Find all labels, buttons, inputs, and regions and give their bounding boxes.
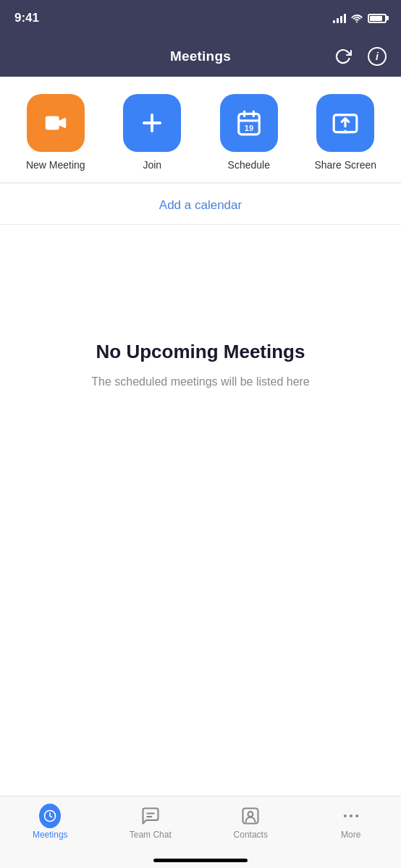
wifi-icon (350, 13, 363, 23)
svg-point-13 (355, 814, 358, 817)
chat-icon (140, 806, 161, 826)
action-buttons-row: New Meeting Join 19 Schedule (0, 77, 401, 182)
status-icons (333, 13, 387, 23)
tab-bar: Meetings Team Chat Contacts (0, 796, 401, 868)
tab-team-chat-label: Team Chat (130, 830, 172, 840)
header: Meetings i (0, 36, 401, 77)
header-actions: i (332, 44, 389, 69)
svg-point-11 (343, 814, 346, 817)
share-screen-label: Share Screen (314, 159, 376, 171)
header-title: Meetings (170, 48, 231, 64)
empty-state-subtitle: The scheduled meetings will be listed he… (91, 373, 310, 391)
svg-point-10 (248, 812, 253, 817)
clock-icon (43, 809, 57, 823)
calendar-icon: 19 (235, 109, 263, 137)
plus-icon (138, 109, 166, 137)
refresh-button[interactable] (332, 45, 355, 68)
share-screen-button[interactable]: Share Screen (305, 94, 385, 171)
home-indicator (153, 859, 248, 862)
tab-meetings-icon (39, 805, 61, 827)
new-meeting-label: New Meeting (26, 159, 85, 171)
tab-more-label: More (341, 830, 360, 840)
tab-contacts[interactable]: Contacts (207, 805, 294, 840)
add-calendar-section: Add a calendar (0, 183, 401, 224)
tab-team-chat-icon (140, 805, 161, 827)
person-icon (240, 806, 261, 826)
status-bar: 9:41 (0, 0, 401, 36)
schedule-icon-wrap: 19 (220, 94, 278, 152)
info-icon: i (368, 47, 387, 66)
battery-icon (368, 14, 387, 23)
svg-point-12 (350, 814, 353, 817)
svg-text:19: 19 (245, 124, 253, 132)
tab-more[interactable]: More (308, 805, 394, 840)
signal-bars-icon (333, 13, 346, 23)
join-label: Join (143, 159, 161, 171)
tab-more-icon (340, 805, 362, 827)
join-icon-wrap (123, 94, 181, 152)
new-meeting-icon-wrap (27, 94, 85, 152)
new-meeting-button[interactable]: New Meeting (16, 94, 96, 171)
empty-state: No Upcoming Meetings The scheduled meeti… (0, 225, 401, 391)
add-calendar-button[interactable]: Add a calendar (151, 194, 250, 217)
info-button[interactable]: i (365, 44, 389, 69)
schedule-button[interactable]: 19 Schedule (209, 94, 289, 171)
share-screen-icon (332, 109, 359, 137)
dots-icon (341, 806, 361, 826)
tab-contacts-icon (240, 805, 261, 827)
video-camera-icon (42, 109, 69, 137)
empty-state-title: No Upcoming Meetings (96, 341, 305, 363)
tab-team-chat[interactable]: Team Chat (107, 805, 194, 840)
tab-meetings[interactable]: Meetings (7, 805, 93, 840)
tab-contacts-label: Contacts (234, 830, 268, 840)
share-screen-icon-wrap (316, 94, 374, 152)
refresh-icon (334, 48, 352, 65)
schedule-label: Schedule (228, 159, 270, 171)
status-time: 9:41 (14, 11, 39, 25)
tab-meetings-label: Meetings (33, 830, 68, 840)
join-button[interactable]: Join (112, 94, 192, 171)
